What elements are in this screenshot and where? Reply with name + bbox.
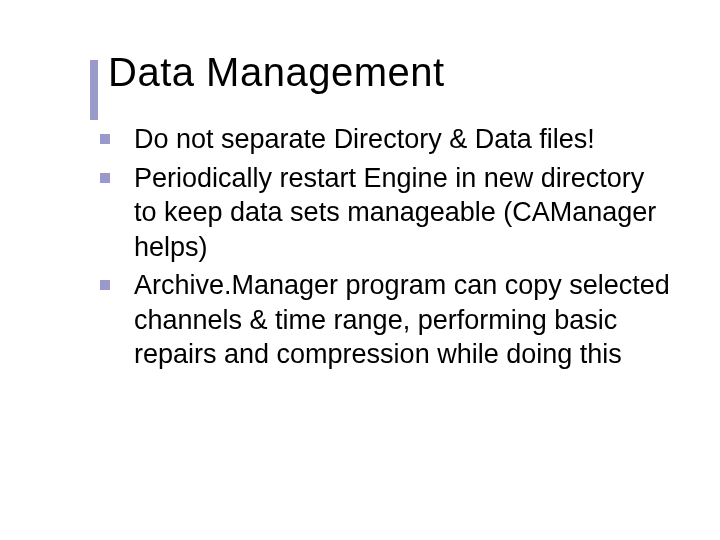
list-item: Do not separate Directory & Data files! <box>90 122 670 157</box>
list-item-text: Periodically restart Engine in new direc… <box>134 163 656 262</box>
square-bullet-icon <box>100 134 110 144</box>
square-bullet-icon <box>100 173 110 183</box>
list-item: Periodically restart Engine in new direc… <box>90 161 670 265</box>
slide: Data Management Do not separate Director… <box>0 0 720 540</box>
square-bullet-icon <box>100 280 110 290</box>
slide-title: Data Management <box>108 50 690 94</box>
bullet-list: Do not separate Directory & Data files! … <box>90 122 690 372</box>
title-accent-bar <box>90 60 98 120</box>
list-item-text: Do not separate Directory & Data files! <box>134 124 595 154</box>
list-item-text: Archive.Manager program can copy selecte… <box>134 270 670 369</box>
list-item: Archive.Manager program can copy selecte… <box>90 268 670 372</box>
